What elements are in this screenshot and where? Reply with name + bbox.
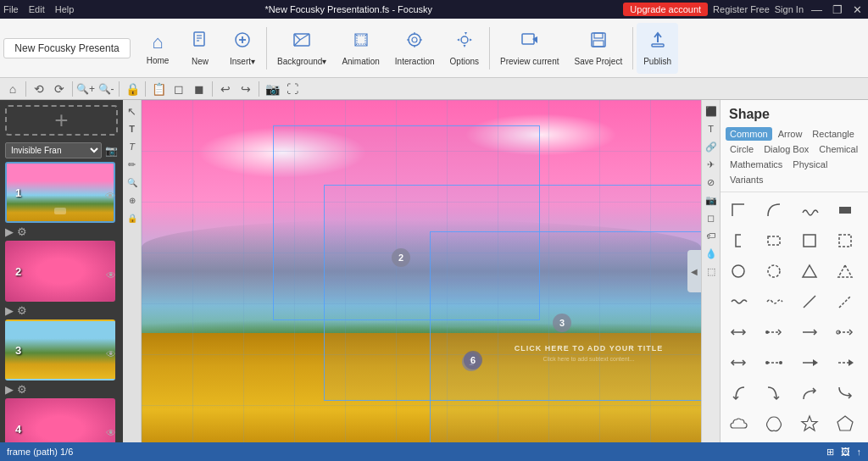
shape-diagonal2[interactable]: [831, 287, 860, 316]
cat-chemical[interactable]: Chemical: [815, 142, 862, 156]
rsi-layers[interactable]: ⬚: [704, 264, 719, 279]
panel-collapse-arrow[interactable]: ◀: [687, 250, 701, 292]
shape-bracket-left[interactable]: [724, 226, 753, 255]
frame-2-play[interactable]: ▶: [5, 304, 14, 317]
maximize-button[interactable]: ❐: [830, 3, 845, 16]
shape-dashed-circle[interactable]: [760, 257, 788, 286]
toolbar-background[interactable]: Background▾: [270, 23, 333, 74]
si-zoom2[interactable]: ⊕: [125, 192, 140, 208]
t2-rect-filled[interactable]: ◼: [190, 80, 209, 98]
shape-cloud[interactable]: [724, 409, 753, 438]
rsi-2[interactable]: T: [704, 121, 719, 136]
shape-pentagon[interactable]: [831, 409, 860, 438]
shape-filled-rect[interactable]: [831, 196, 860, 225]
shape-line-v[interactable]: [724, 440, 753, 442]
rsi-box[interactable]: ◻: [704, 210, 719, 225]
si-lock2[interactable]: 🔒: [125, 210, 140, 225]
rsi-camera[interactable]: 📷: [704, 192, 719, 208]
cat-rectangle[interactable]: Rectangle: [808, 127, 859, 141]
toolbar-save[interactable]: Save Project: [567, 23, 629, 74]
shape-diagonal[interactable]: [795, 287, 824, 316]
shape-curve-left[interactable]: [724, 379, 753, 408]
shape-triangle[interactable]: [795, 257, 824, 286]
close-button[interactable]: ✕: [850, 3, 865, 16]
toolbar-insert[interactable]: Insert▾: [222, 23, 263, 74]
frame-1-play[interactable]: ▶: [5, 225, 14, 238]
frame-3-play[interactable]: ▶: [5, 383, 14, 396]
rsi-1[interactable]: ⬛: [704, 103, 719, 119]
shape-arrow-lr[interactable]: [724, 318, 753, 347]
toolbar-new[interactable]: New: [180, 23, 220, 74]
cat-physical[interactable]: Physical: [788, 158, 832, 171]
toolbar-animation[interactable]: Animation: [335, 23, 386, 74]
t2-prev[interactable]: ↩: [216, 80, 235, 98]
shape-square[interactable]: [795, 226, 824, 255]
register-button[interactable]: Register Free: [713, 4, 770, 14]
t2-next[interactable]: ↪: [236, 80, 255, 98]
toolbar-interaction[interactable]: Interaction: [388, 23, 442, 74]
t2-lock[interactable]: 🔒: [123, 80, 142, 98]
rsi-drop[interactable]: 💧: [704, 246, 719, 261]
frame-2-visibility[interactable]: 👁: [106, 269, 116, 281]
menu-edit[interactable]: Edit: [29, 4, 45, 14]
rsi-link[interactable]: 🔗: [704, 139, 719, 154]
t2-copy[interactable]: 📋: [149, 80, 168, 98]
shape-blob[interactable]: [760, 409, 788, 438]
t2-zoom-in[interactable]: 🔍+: [76, 80, 95, 98]
cat-circle[interactable]: Circle: [726, 142, 758, 156]
menu-help[interactable]: Help: [55, 4, 75, 14]
shape-dashed-wave[interactable]: [760, 287, 788, 316]
toolbar-home[interactable]: ⌂ Home: [137, 23, 178, 74]
minimize-button[interactable]: —: [809, 3, 825, 16]
cat-math[interactable]: Mathematics: [726, 158, 787, 171]
frame-1-thumb[interactable]: 1: [5, 162, 115, 223]
camera-icon[interactable]: 📷: [105, 145, 118, 157]
si-pointer[interactable]: ↖: [125, 103, 140, 119]
t2-home[interactable]: ⌂: [3, 80, 22, 98]
shape-arrow-right[interactable]: [795, 318, 824, 347]
presentation-name[interactable]: New Focusky Presenta: [3, 38, 131, 58]
si-pencil[interactable]: ✏: [125, 157, 140, 172]
shape-corner-rect[interactable]: [724, 196, 753, 225]
rsi-no[interactable]: ⊘: [704, 175, 719, 190]
cat-arrow[interactable]: Arrow: [774, 127, 807, 141]
shape-arrow-dot-both[interactable]: [760, 348, 788, 377]
frame-3-visibility[interactable]: 👁: [106, 348, 116, 360]
sb-image-icon[interactable]: 🖼: [841, 447, 850, 458]
canvas-title-placeholder[interactable]: CLICK HERE TO ADD YOUR TITLE: [515, 343, 663, 352]
shape-dashed-square[interactable]: [831, 226, 860, 255]
si-text[interactable]: T: [125, 121, 140, 136]
shape-curve-right[interactable]: [760, 379, 788, 408]
t2-redo[interactable]: ⟳: [50, 80, 69, 98]
frame-name-select[interactable]: Invisible Fran: [5, 142, 102, 158]
cat-variants[interactable]: Variants: [726, 173, 768, 186]
signin-button[interactable]: Sign In: [775, 4, 804, 14]
t2-rect-outline[interactable]: ◻: [170, 80, 188, 98]
shape-star[interactable]: [795, 409, 824, 438]
shape-dashed-rect[interactable]: [760, 226, 788, 255]
cat-common[interactable]: Common: [726, 127, 772, 141]
shape-arrow-dots[interactable]: [760, 318, 788, 347]
si-text2[interactable]: T: [125, 139, 140, 154]
t2-camera[interactable]: 📷: [263, 80, 281, 98]
frame-4-visibility[interactable]: 👁: [106, 427, 116, 439]
t2-fullscreen[interactable]: ⛶: [283, 80, 302, 98]
toolbar-preview[interactable]: Preview current: [493, 23, 565, 74]
frame-3-thumb[interactable]: 3: [5, 319, 115, 380]
shape-arrow-dot2[interactable]: [831, 348, 860, 377]
cat-dialogbox[interactable]: Dialog Box: [760, 142, 813, 156]
rsi-tag[interactable]: 🏷: [704, 228, 719, 243]
selection-box-inner[interactable]: CLICK HERE TO ADD YOUR TITLE Click here …: [430, 231, 701, 442]
frame-2-settings[interactable]: ⚙: [17, 304, 27, 317]
frame-2-thumb[interactable]: 2: [5, 241, 115, 302]
canvas-area[interactable]: CLICK HERE TO ADD YOUR TITLE Click here …: [142, 100, 701, 442]
shape-arc[interactable]: [760, 196, 788, 225]
upgrade-button[interactable]: Upgrade account: [623, 3, 708, 16]
toolbar-options[interactable]: Options: [443, 23, 486, 74]
shape-triangle-outline[interactable]: [831, 257, 860, 286]
shape-brace[interactable]: [831, 440, 860, 442]
shape-arrow-right2[interactable]: [795, 348, 824, 377]
t2-undo[interactable]: ⟲: [30, 80, 48, 98]
shape-curve-down[interactable]: [831, 379, 860, 408]
shape-curve-up[interactable]: [795, 379, 824, 408]
